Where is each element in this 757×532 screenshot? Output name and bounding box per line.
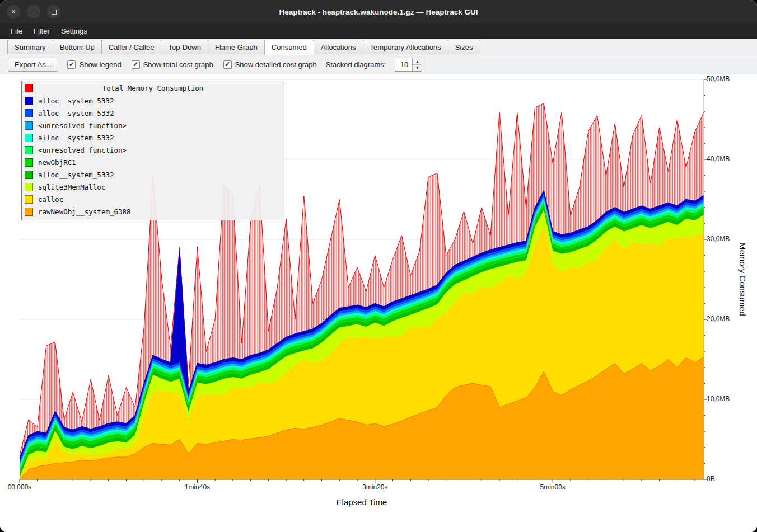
legend-item-label: <unresolved function> xyxy=(38,146,127,154)
legend-item-label: sqlite3MemMalloc xyxy=(38,183,105,191)
close-button[interactable]: ✕ xyxy=(7,5,20,18)
window-title: Heaptrack - heaptrack.wakunode.1.gz — He… xyxy=(0,8,757,16)
x-tick-label: 5min00s xyxy=(527,483,578,491)
legend-item: rawNewObj__system_6388 xyxy=(22,205,284,218)
show-legend-checkbox[interactable]: ✓Show legend xyxy=(67,60,121,69)
legend-color-swatch xyxy=(25,109,33,117)
legend-item-label: rawNewObj__system_6388 xyxy=(38,208,131,216)
legend-color-swatch xyxy=(25,134,33,142)
legend-item-label: alloc__system_5332 xyxy=(38,109,114,117)
memory-consumption-chart[interactable]: 00.000s1min40s3min20s5min00s0B10,0MB20,0… xyxy=(0,74,757,532)
tab-allocations[interactable]: Allocations xyxy=(314,40,363,54)
window-controls: ✕ xyxy=(7,0,60,23)
x-axis-title: Elapsed Time xyxy=(0,497,723,507)
tab-bar: SummaryBottom-UpCaller / CalleeTop-DownF… xyxy=(0,39,757,54)
minimize-icon xyxy=(31,12,36,12)
legend-item-label: alloc__system_5332 xyxy=(38,134,114,142)
legend-item-label: calloc xyxy=(38,195,63,204)
y-tick-label: 40,0MB xyxy=(707,155,730,163)
toolbar: Export As... ✓Show legend✓Show total cos… xyxy=(0,54,757,74)
y-tick-label: 20,0MB xyxy=(707,315,730,323)
checkbox-box: ✓ xyxy=(223,60,232,69)
export-as-button[interactable]: Export As... xyxy=(8,58,58,72)
y-tick-label: 30,0MB xyxy=(707,235,730,243)
tab-temporary-allocations[interactable]: Temporary Allocations xyxy=(363,40,448,54)
legend-item: alloc__system_5332 xyxy=(22,107,284,119)
legend-title: Total Memory Consumption xyxy=(22,82,284,95)
menubar: FileFilterSettings xyxy=(0,23,757,39)
legend-color-swatch xyxy=(25,183,33,191)
tab-flame-graph[interactable]: Flame Graph xyxy=(208,40,265,54)
checkbox-box: ✓ xyxy=(132,60,140,69)
legend-item: sqlite3MemMalloc xyxy=(22,181,284,193)
legend-color-swatch xyxy=(25,84,33,92)
show-total-cost-graph-checkbox[interactable]: ✓Show total cost graph xyxy=(132,60,213,69)
menu-file[interactable]: File xyxy=(6,25,27,37)
legend-item: alloc__system_5332 xyxy=(22,131,284,144)
x-tick-label: 3min20s xyxy=(350,483,400,491)
checkbox-label: Show total cost graph xyxy=(143,60,213,69)
app-window: ✕ Heaptrack - heaptrack.wakunode.1.gz — … xyxy=(0,0,757,532)
menu-settings[interactable]: Settings xyxy=(56,25,92,37)
y-tick-label: 10,0MB xyxy=(707,395,730,403)
x-tick-label: 00.000s xyxy=(0,483,45,491)
legend-item: alloc__system_5332 xyxy=(22,95,284,107)
maximize-button[interactable] xyxy=(47,5,60,18)
legend-color-swatch xyxy=(25,195,33,204)
show-detailed-cost-graph-checkbox[interactable]: ✓Show detailed cost graph xyxy=(223,60,317,69)
legend-color-swatch xyxy=(25,171,33,179)
spin-up-button[interactable]: ▲ xyxy=(413,58,422,65)
checkbox-label: Show legend xyxy=(79,60,121,69)
spin-down-button[interactable]: ▼ xyxy=(413,65,422,71)
legend-item: <unresolved function> xyxy=(22,119,284,131)
tab-top-down[interactable]: Top-Down xyxy=(161,40,208,54)
tab-summary[interactable]: Summary xyxy=(7,40,53,54)
titlebar[interactable]: ✕ Heaptrack - heaptrack.wakunode.1.gz — … xyxy=(0,0,757,23)
stacked-diagrams-label: Stacked diagrams: xyxy=(326,60,386,69)
legend-color-swatch xyxy=(25,158,33,167)
legend-item-label: newObjRC1 xyxy=(38,158,76,167)
legend-color-swatch xyxy=(25,146,33,154)
chart-legend: Total Memory Consumptionalloc__system_53… xyxy=(21,81,284,220)
legend-item-label: alloc__system_5332 xyxy=(38,97,114,105)
checkbox-group: ✓Show legend✓Show total cost graph✓Show … xyxy=(67,60,316,69)
legend-item-label: alloc__system_5332 xyxy=(38,171,114,179)
tab-sizes[interactable]: Sizes xyxy=(448,40,480,54)
spinbox-value: 10 xyxy=(395,58,412,71)
legend-item: <unresolved function> xyxy=(22,144,284,156)
close-icon: ✕ xyxy=(11,8,16,16)
legend-color-swatch xyxy=(25,208,33,216)
checkbox-box: ✓ xyxy=(67,60,76,69)
tab-consumed[interactable]: Consumed xyxy=(264,40,314,55)
legend-item: calloc xyxy=(22,193,284,205)
tab-caller-callee[interactable]: Caller / Callee xyxy=(101,40,162,54)
legend-title-row: Total Memory Consumption xyxy=(22,82,284,95)
legend-color-swatch xyxy=(25,97,33,105)
stacked-diagrams-spinbox[interactable]: 10 ▲ ▼ xyxy=(395,58,422,72)
spinbox-buttons: ▲ ▼ xyxy=(412,58,422,71)
y-tick-label: 0B xyxy=(707,475,715,483)
minimize-button[interactable] xyxy=(27,5,40,18)
checkbox-label: Show detailed cost graph xyxy=(235,60,317,69)
legend-item: alloc__system_5332 xyxy=(22,168,284,181)
y-axis-title: Memory Consumed xyxy=(738,79,747,479)
x-tick-label: 1min40s xyxy=(172,483,222,491)
menu-filter[interactable]: Filter xyxy=(29,25,55,37)
y-tick-label: 50,0MB xyxy=(707,75,730,83)
legend-item: newObjRC1 xyxy=(22,156,284,168)
legend-color-swatch xyxy=(25,121,33,130)
maximize-icon xyxy=(52,10,57,15)
legend-item-label: <unresolved function> xyxy=(38,121,127,130)
tab-bottom-up[interactable]: Bottom-Up xyxy=(53,40,102,54)
